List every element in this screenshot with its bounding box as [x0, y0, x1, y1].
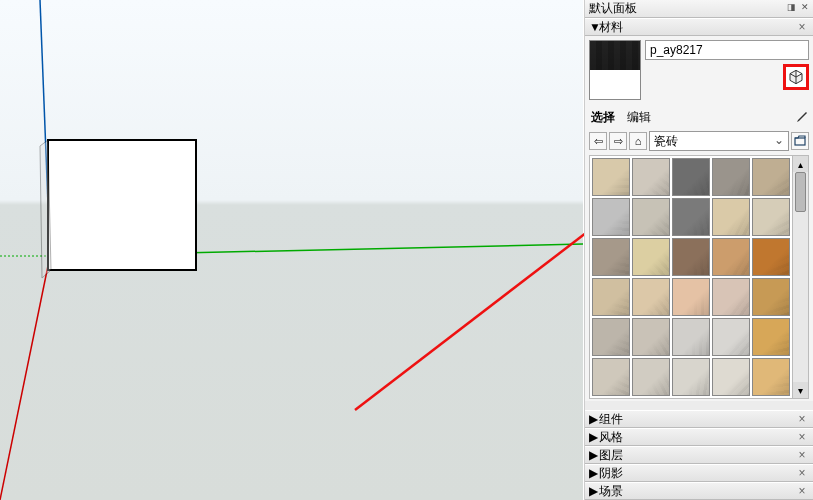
3d-viewport[interactable] — [0, 0, 583, 500]
section-close-icon[interactable]: × — [795, 20, 809, 34]
panel-titlebar[interactable]: 默认面板 ◨ ✕ — [585, 0, 813, 18]
material-thumb[interactable] — [592, 278, 630, 316]
section-styles[interactable]: ▶风格× — [585, 428, 813, 446]
nav-forward-button[interactable]: ⇨ — [609, 132, 627, 150]
collapse-icon: ▶ — [589, 466, 599, 480]
material-thumb[interactable] — [752, 198, 790, 236]
collapse-icon: ▶ — [589, 448, 599, 462]
svg-line-2 — [0, 256, 50, 500]
section-label: 阴影 — [599, 465, 623, 482]
material-thumb[interactable] — [632, 318, 670, 356]
material-thumb[interactable] — [712, 158, 750, 196]
material-thumb[interactable] — [672, 278, 710, 316]
materials-body: 选择 编辑 ⇦ ⇨ ⌂ 瓷砖 ▴ ▾ — [585, 36, 813, 401]
section-materials[interactable]: ▼ 材料 × — [585, 18, 813, 36]
material-thumb[interactable] — [752, 238, 790, 276]
material-thumb[interactable] — [712, 278, 750, 316]
section-shadows[interactable]: ▶阴影× — [585, 464, 813, 482]
material-thumb[interactable] — [752, 278, 790, 316]
section-close-icon[interactable]: × — [795, 412, 809, 426]
tab-edit[interactable]: 编辑 — [625, 108, 653, 127]
material-thumb[interactable] — [632, 278, 670, 316]
material-thumb[interactable] — [632, 158, 670, 196]
cube-icon — [788, 69, 804, 85]
section-label: 风格 — [599, 429, 623, 446]
material-thumb[interactable] — [672, 358, 710, 396]
material-thumb[interactable] — [592, 318, 630, 356]
material-thumb[interactable] — [632, 198, 670, 236]
thumbnail-scrollbar[interactable]: ▴ ▾ — [793, 155, 809, 399]
material-thumb[interactable] — [712, 198, 750, 236]
material-thumb[interactable] — [672, 238, 710, 276]
library-menu-button[interactable] — [791, 132, 809, 150]
create-material-button[interactable] — [783, 64, 809, 90]
material-thumb[interactable] — [712, 318, 750, 356]
material-name-input[interactable] — [645, 40, 809, 60]
material-thumb[interactable] — [672, 318, 710, 356]
folder-icon — [794, 135, 806, 147]
section-label: 材料 — [599, 19, 623, 36]
scroll-down-icon[interactable]: ▾ — [793, 382, 808, 398]
section-components[interactable]: ▶组件× — [585, 410, 813, 428]
material-thumb[interactable] — [752, 358, 790, 396]
section-close-icon[interactable]: × — [795, 466, 809, 480]
category-select[interactable]: 瓷砖 — [649, 131, 789, 151]
svg-rect-4 — [48, 140, 196, 270]
material-thumb[interactable] — [672, 198, 710, 236]
material-thumb[interactable] — [632, 238, 670, 276]
collapse-icon: ▶ — [589, 430, 599, 444]
material-thumb[interactable] — [752, 158, 790, 196]
material-thumbnail-grid — [589, 155, 793, 399]
collapse-icon: ▶ — [589, 412, 599, 426]
scroll-up-icon[interactable]: ▴ — [793, 156, 808, 172]
panel-title: 默认面板 — [589, 0, 637, 17]
section-layers[interactable]: ▶图层× — [585, 446, 813, 464]
section-close-icon[interactable]: × — [795, 430, 809, 444]
material-thumb[interactable] — [592, 238, 630, 276]
material-thumb[interactable] — [592, 198, 630, 236]
eyedropper-icon[interactable] — [793, 110, 809, 126]
section-scenes[interactable]: ▶场景× — [585, 482, 813, 500]
nav-back-button[interactable]: ⇦ — [589, 132, 607, 150]
section-label: 组件 — [599, 411, 623, 428]
material-thumb[interactable] — [592, 158, 630, 196]
category-value: 瓷砖 — [654, 133, 678, 150]
material-thumb[interactable] — [712, 238, 750, 276]
material-thumb[interactable] — [752, 318, 790, 356]
close-icon[interactable]: ✕ — [799, 1, 811, 13]
material-thumb[interactable] — [672, 158, 710, 196]
material-preview[interactable] — [589, 40, 641, 100]
section-label: 场景 — [599, 483, 623, 500]
material-thumb[interactable] — [712, 358, 750, 396]
collapse-icon: ▶ — [589, 484, 599, 498]
expand-icon: ▼ — [589, 20, 599, 34]
pin-icon[interactable]: ◨ — [785, 1, 797, 13]
section-close-icon[interactable]: × — [795, 484, 809, 498]
nav-home-button[interactable]: ⌂ — [629, 132, 647, 150]
svg-rect-7 — [795, 138, 805, 145]
section-label: 图层 — [599, 447, 623, 464]
material-thumb[interactable] — [632, 358, 670, 396]
section-close-icon[interactable]: × — [795, 448, 809, 462]
material-thumb[interactable] — [592, 358, 630, 396]
tab-select[interactable]: 选择 — [589, 108, 617, 127]
